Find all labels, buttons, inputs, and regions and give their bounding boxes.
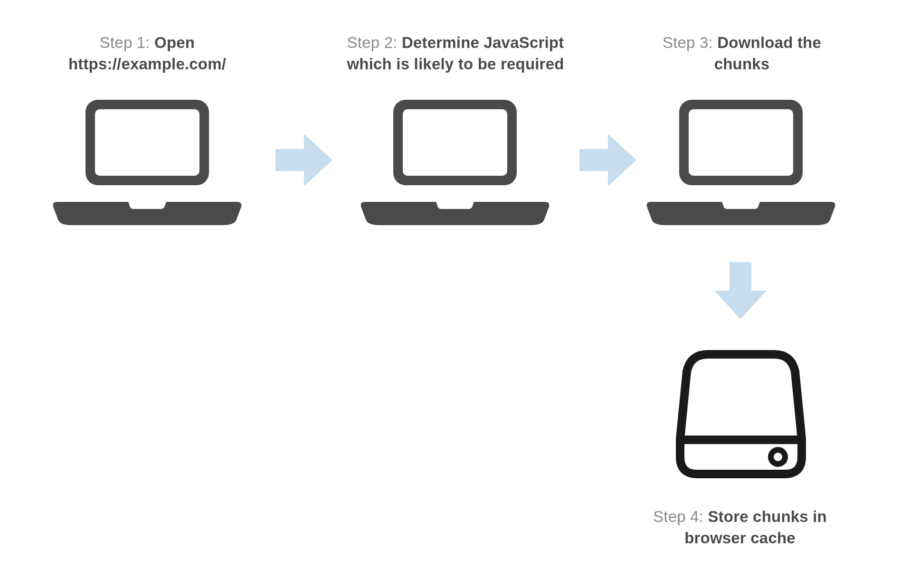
laptop-icon [52, 95, 242, 232]
step-2-label: Step 2: Determine JavaScript which is li… [322, 32, 588, 75]
svg-rect-1 [95, 109, 199, 176]
arrow-right-icon [575, 129, 641, 191]
arrow-down-icon [710, 257, 771, 324]
step-3-prefix: Step 3: [663, 34, 717, 51]
diagram-canvas: Step 1: Open https://example.com/ Step 2… [0, 0, 910, 588]
step-3-label: Step 3: Download the chunks [637, 32, 846, 75]
step-4-label: Step 4: Store chunks in browser cache [635, 506, 844, 549]
svg-rect-5 [689, 109, 793, 176]
arrow-right-icon [271, 129, 337, 191]
hard-drive-icon [675, 346, 806, 483]
step-1-label: Step 1: Open https://example.com/ [38, 32, 256, 75]
step-1-prefix: Step 1: [100, 34, 154, 51]
step-2-prefix: Step 2: [347, 34, 402, 51]
step-4-prefix: Step 4: [653, 508, 708, 525]
laptop-icon [360, 95, 550, 232]
laptop-icon [646, 95, 836, 232]
svg-point-7 [771, 450, 785, 464]
svg-rect-3 [403, 109, 507, 176]
step-3-bold: Download the chunks [714, 34, 821, 73]
